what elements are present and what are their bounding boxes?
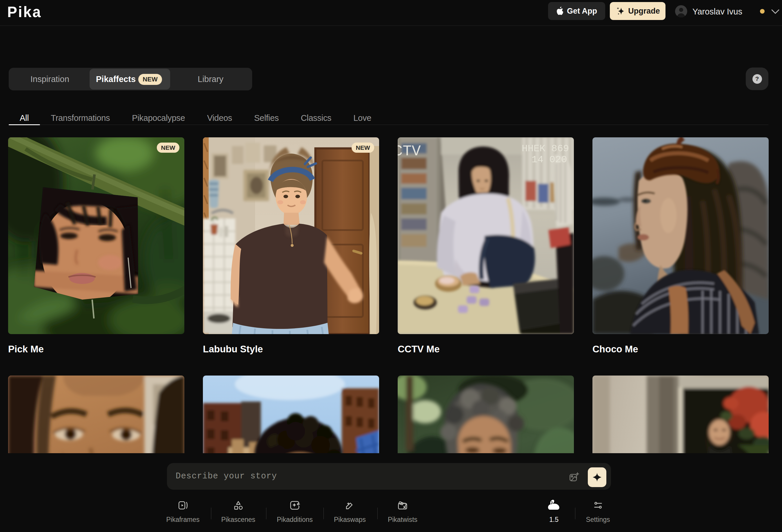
svg-text:HHEK 869: HHEK 869	[522, 143, 569, 154]
svg-text:CTV: CTV	[398, 143, 421, 160]
svg-text:14 020: 14 020	[532, 154, 567, 165]
